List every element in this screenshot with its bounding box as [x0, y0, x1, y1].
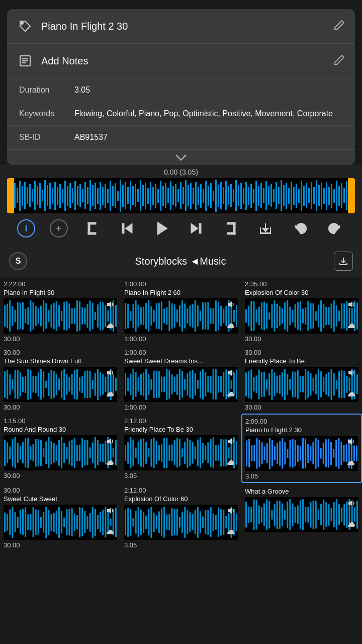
- music-item[interactable]: 2:12.00 Explosion Of Color 60 3.05: [121, 483, 241, 551]
- svg-rect-65: [162, 186, 164, 206]
- cloud-icon[interactable]: [106, 459, 114, 468]
- svg-rect-668: [261, 507, 262, 523]
- svg-rect-28: [69, 183, 71, 208]
- speaker-icon[interactable]: [227, 369, 235, 379]
- svg-rect-269: [300, 301, 301, 331]
- speaker-icon[interactable]: [347, 438, 355, 448]
- bracket-left-button[interactable]: [82, 218, 103, 238]
- svg-rect-679: [289, 499, 291, 530]
- svg-rect-456: [66, 447, 67, 459]
- info-button[interactable]: i: [17, 219, 35, 237]
- svg-rect-291: [356, 302, 358, 329]
- music-waveform[interactable]: [4, 505, 117, 540]
- speaker-icon[interactable]: [347, 369, 355, 379]
- play-button[interactable]: [152, 218, 172, 238]
- svg-rect-510: [207, 442, 209, 463]
- svg-rect-7: [17, 188, 18, 203]
- svg-rect-641: [189, 512, 191, 532]
- speaker-icon[interactable]: [227, 300, 235, 310]
- cloud-icon[interactable]: [347, 391, 355, 400]
- speaker-icon[interactable]: [106, 369, 114, 379]
- music-waveform[interactable]: [245, 367, 358, 402]
- cloud-icon[interactable]: [347, 521, 355, 530]
- music-waveform[interactable]: [4, 435, 117, 470]
- cloud-icon[interactable]: [347, 323, 355, 332]
- music-item[interactable]: 2:22.00 Piano In Flight 30 30.00: [0, 277, 121, 345]
- bracket-right-button[interactable]: [221, 218, 241, 238]
- cloud-icon[interactable]: [347, 460, 355, 469]
- svg-rect-554: [323, 442, 324, 464]
- svg-rect-111: [278, 187, 280, 204]
- svg-rect-443: [33, 444, 34, 462]
- speaker-icon[interactable]: [106, 437, 114, 447]
- svg-rect-40: [100, 182, 101, 210]
- svg-rect-159: [12, 306, 13, 326]
- music-item[interactable]: What a Groove: [241, 483, 362, 551]
- music-waveform[interactable]: [245, 298, 358, 334]
- add-marker-button[interactable]: +: [50, 219, 68, 237]
- cloud-icon[interactable]: [227, 391, 235, 400]
- svg-rect-266: [292, 310, 293, 322]
- speaker-icon[interactable]: [347, 499, 355, 509]
- svg-rect-388: [250, 369, 252, 399]
- cloud-icon[interactable]: [227, 459, 235, 468]
- music-item[interactable]: 30.00 Sweet Cute Sweet 30.00: [0, 483, 121, 551]
- collapse-button[interactable]: [7, 149, 355, 165]
- svg-rect-475: [115, 440, 117, 466]
- music-item[interactable]: 1:00.00 Piano In Flight 2 60 1:00.00: [121, 277, 241, 345]
- speaker-icon[interactable]: [106, 300, 114, 310]
- svg-rect-322: [76, 369, 78, 400]
- music-item[interactable]: 30.00 The Sun Shines Down Full 30.00: [0, 345, 121, 414]
- cloud-icon[interactable]: [227, 529, 235, 538]
- music-waveform[interactable]: [124, 505, 238, 540]
- edit-title-button[interactable]: [333, 19, 346, 34]
- music-waveform[interactable]: [4, 367, 117, 402]
- skip-forward-button[interactable]: [186, 218, 206, 238]
- speaker-icon[interactable]: [227, 437, 235, 447]
- music-waveform[interactable]: [245, 436, 358, 471]
- storyblocks-logo[interactable]: S: [9, 252, 27, 270]
- music-item[interactable]: 2:12.00 Friendly Place To Be 30 3.05: [121, 414, 241, 483]
- svg-rect-343: [132, 369, 134, 400]
- cloud-icon[interactable]: [106, 323, 114, 332]
- music-item-time: 1:00.00: [124, 349, 238, 356]
- music-item-duration: 30.00: [4, 472, 117, 479]
- download-button[interactable]: [255, 218, 276, 238]
- music-waveform[interactable]: [245, 497, 358, 532]
- skip-back-button[interactable]: [117, 218, 137, 238]
- svg-rect-325: [84, 371, 85, 398]
- svg-rect-578: [25, 507, 26, 537]
- music-item[interactable]: 2:09.00 Piano In Flight 2 30 3.05: [241, 414, 362, 483]
- cloud-icon[interactable]: [106, 391, 114, 400]
- undo-button[interactable]: [290, 218, 310, 238]
- speaker-icon[interactable]: [347, 300, 355, 310]
- svg-rect-426: [348, 377, 350, 391]
- redo-button[interactable]: [325, 218, 345, 238]
- speaker-icon[interactable]: [106, 507, 114, 517]
- music-waveform[interactable]: [124, 367, 238, 402]
- svg-rect-286: [343, 303, 345, 329]
- music-item[interactable]: 1:00.00 Sweet Sweet Dreams Ins... 1:00.0…: [121, 345, 241, 414]
- svg-rect-534: [272, 440, 273, 466]
- music-waveform[interactable]: [4, 298, 117, 334]
- cloud-icon[interactable]: [106, 529, 114, 538]
- main-waveform[interactable]: [7, 178, 355, 213]
- speaker-icon[interactable]: [227, 507, 235, 517]
- music-item[interactable]: 30.00 Friendly Place To Be 30.00: [241, 345, 362, 414]
- svg-rect-650: [213, 514, 214, 531]
- svg-rect-627: [153, 513, 155, 532]
- waveform-container[interactable]: [7, 178, 355, 213]
- music-waveform[interactable]: [124, 298, 238, 334]
- svg-rect-653: [220, 509, 222, 536]
- svg-rect-10: [24, 182, 26, 209]
- svg-rect-83: [208, 186, 209, 206]
- music-waveform[interactable]: [124, 435, 238, 470]
- music-item[interactable]: 2:35.00 Explosion Of Color 30 30.00: [241, 277, 362, 345]
- music-item[interactable]: 1:15.00 Round And Round 30 30.00: [0, 414, 121, 483]
- svg-rect-368: [197, 380, 199, 388]
- edit-notes-button[interactable]: [333, 53, 346, 68]
- cloud-icon[interactable]: [227, 323, 235, 332]
- svg-rect-157: [7, 303, 8, 328]
- svg-rect-177: [58, 305, 60, 327]
- library-export-button[interactable]: [334, 252, 353, 271]
